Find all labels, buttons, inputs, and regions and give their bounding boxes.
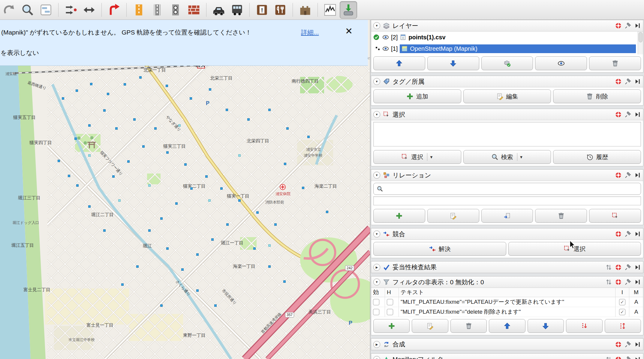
collapse-toggle[interactable]: ▼ (373, 22, 380, 29)
help-icon[interactable] (615, 279, 622, 285)
sticky-pin-icon[interactable] (624, 356, 631, 359)
filter-down-button[interactable] (528, 319, 564, 333)
visibility-icon[interactable] (382, 45, 389, 52)
relation-delete-button[interactable] (535, 209, 587, 223)
show-hide-button[interactable] (535, 56, 587, 70)
conflict-select-button[interactable]: 選択 (508, 242, 641, 256)
waveform-button[interactable] (321, 1, 339, 19)
collapse-toggle[interactable]: ▶ (373, 341, 380, 348)
collapse-right-icon[interactable] (634, 22, 641, 29)
relation-list[interactable] (373, 196, 641, 205)
layer-down-button[interactable] (427, 56, 479, 70)
sticky-pin-icon[interactable] (624, 22, 631, 29)
layer-row[interactable]: [1] OpenStreetMap (Mapnik) (371, 43, 643, 54)
filter-row[interactable]: "MLIT_PLATEAU:fixme"="delete 削除されます" ✓ A (371, 307, 643, 317)
collapse-toggle[interactable]: ▶ (373, 264, 380, 271)
zoom-button[interactable] (19, 1, 36, 19)
help-icon[interactable] (615, 111, 622, 118)
collapse-right-icon[interactable] (634, 172, 641, 179)
collapse-right-icon[interactable] (634, 341, 641, 348)
preferences-button[interactable] (37, 1, 55, 19)
help-icon[interactable] (615, 264, 622, 271)
collapse-right-icon[interactable] (634, 279, 641, 285)
road-dashed-button[interactable] (149, 1, 166, 19)
collapse-right-icon[interactable] (634, 356, 641, 359)
help-icon[interactable] (615, 341, 622, 348)
filter-move-bottom-button[interactable] (566, 319, 602, 333)
dropdown-arrow-icon[interactable]: ▼ (427, 153, 433, 161)
enabled-checkbox[interactable] (373, 309, 379, 315)
toggle-icon[interactable] (605, 264, 612, 271)
selection-list[interactable] (373, 122, 641, 146)
sticky-pin-icon[interactable] (624, 231, 631, 237)
sticky-pin-icon[interactable] (624, 172, 631, 179)
help-icon[interactable] (615, 22, 622, 29)
collapse-right-icon[interactable] (634, 264, 641, 271)
collapse-toggle[interactable]: ▼ (373, 279, 380, 285)
toggle-icon[interactable] (605, 356, 612, 359)
collapse-right-icon[interactable] (634, 231, 641, 237)
inverted-checkbox[interactable]: ✓ (619, 299, 625, 305)
wall-button[interactable] (185, 1, 203, 19)
tag-delete-button[interactable]: 削除 (553, 89, 641, 103)
visibility-icon[interactable] (382, 34, 389, 41)
conflict-resolve-button[interactable]: 解決 (373, 242, 506, 256)
castle-button[interactable] (296, 1, 314, 19)
sticky-pin-icon[interactable] (624, 341, 631, 348)
relation-download-members-button[interactable] (481, 209, 533, 223)
filter-sort-button[interactable] (605, 319, 641, 333)
filter-add-button[interactable] (373, 319, 410, 333)
relation-edit-button[interactable] (427, 209, 479, 223)
filter-row[interactable]: "MLIT_PLATEAU:fixme"="PLATEAUデータで更新されていま… (371, 297, 643, 307)
bus-button[interactable] (228, 1, 246, 19)
layer-up-button[interactable] (373, 56, 425, 70)
sticky-pin-icon[interactable] (624, 78, 631, 85)
distribute-nodes-button[interactable] (80, 1, 98, 19)
relation-select-button[interactable] (589, 209, 641, 223)
collapse-toggle[interactable]: ▼ (373, 111, 380, 118)
help-icon[interactable] (615, 78, 622, 85)
dont-show-label[interactable]: を表示しない (1, 49, 39, 57)
enabled-checkbox[interactable] (373, 299, 379, 305)
selection-select-button[interactable]: 選択▼ (373, 150, 461, 164)
help-icon[interactable] (615, 231, 622, 237)
map-canvas[interactable]: P P 浦安橋葛西橋通り浦安北栄一丁目北栄三丁目南行徳四丁目猫実五丁目猫実四丁目… (0, 20, 370, 359)
collapse-toggle[interactable]: ▼ (373, 78, 380, 85)
tag-add-button[interactable]: 追加 (373, 89, 461, 103)
delete-layer-button[interactable] (589, 56, 641, 70)
collapse-toggle[interactable]: ▼ (373, 356, 380, 359)
sticky-pin-icon[interactable] (624, 111, 631, 118)
hide-checkbox[interactable] (387, 299, 393, 305)
relation-new-button[interactable] (373, 209, 425, 223)
merge-nodes-button[interactable] (62, 1, 80, 19)
help-icon[interactable] (615, 356, 622, 359)
layer-row[interactable]: [2] points(1).csv (371, 32, 643, 43)
filter-up-button[interactable] (489, 319, 525, 333)
filter-edit-button[interactable] (412, 319, 448, 333)
relation-search-input[interactable] (386, 186, 638, 192)
activate-layer-button[interactable] (481, 56, 533, 70)
sticky-pin-icon[interactable] (624, 264, 631, 271)
toggle-icon[interactable] (605, 279, 612, 285)
redo-button[interactable] (1, 1, 18, 19)
selection-search-button[interactable]: 検索▼ (463, 150, 551, 164)
collapse-toggle[interactable]: ▼ (373, 172, 380, 179)
selection-history-button[interactable]: 履歴 (553, 150, 641, 164)
inverted-checkbox[interactable]: ✓ (619, 309, 625, 315)
restaurant-button[interactable] (272, 1, 289, 19)
help-icon[interactable] (615, 172, 622, 179)
scrollbar[interactable] (638, 32, 643, 54)
car-button[interactable] (210, 1, 227, 19)
close-icon[interactable]: ✕ (345, 26, 353, 36)
collapse-right-icon[interactable] (634, 78, 641, 85)
road-crossing-button[interactable] (167, 1, 184, 19)
filter-delete-button[interactable] (450, 319, 487, 333)
collapse-toggle[interactable]: ▼ (373, 231, 380, 237)
details-link[interactable]: 詳細... (301, 28, 319, 37)
selected-layer[interactable]: OpenStreetMap (Mapnik) (400, 44, 636, 53)
turn-restriction-button[interactable] (105, 1, 123, 19)
hazard-sign-button[interactable] (253, 1, 271, 19)
hide-checkbox[interactable] (387, 309, 393, 315)
road-lanes-button[interactable] (130, 1, 148, 19)
sticky-pin-icon[interactable] (624, 279, 631, 285)
